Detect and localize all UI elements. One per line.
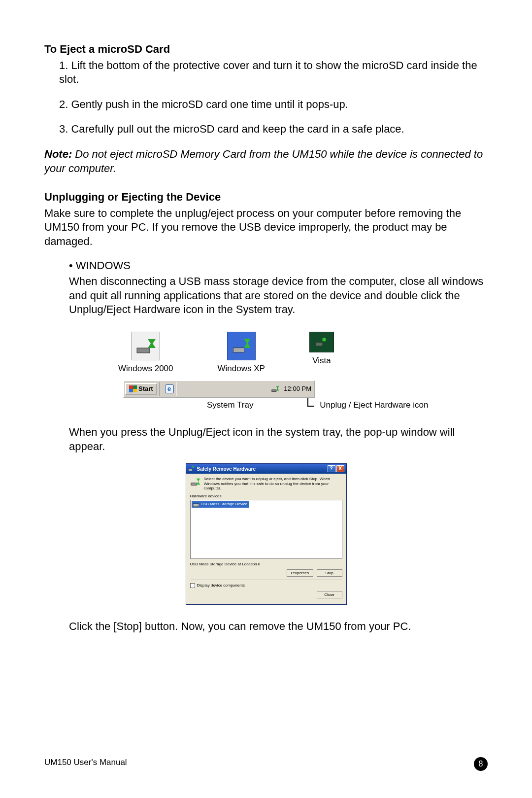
label-w2000: Windows 2000 [118,363,173,374]
start-button[interactable]: Start [125,383,157,395]
taskbar-captions: System Tray Unplug / Eject Hardware icon [207,400,488,411]
safely-remove-dialog: Safely Remove Hardware ? X Select the de… [186,463,347,605]
caption-eject-icon: Unplug / Eject Hardware icon [320,400,428,410]
stop-button[interactable]: Stop [317,569,342,577]
ie-icon[interactable]: e [165,384,174,393]
checkbox-icon[interactable] [190,583,195,588]
heading-eject-card: To Eject a microSD Card [44,42,488,57]
eject-icon-vista [309,332,334,352]
eject-hardware-icon [231,335,252,357]
note-label: Note: [44,148,72,160]
hardware-devices-label: Hardware devices: [190,494,342,499]
checkbox-label: Display device components [197,583,245,588]
label-wxp: Windows XP [218,363,265,374]
svg-rect-2 [316,343,323,346]
drive-icon [193,502,199,507]
page-number: 8 [474,757,488,771]
note-body: Do not eject microSD Memory Card from th… [44,148,483,174]
properties-button[interactable]: Properties [287,569,313,577]
intro-paragraph: Make sure to complete the unplug/eject p… [44,207,488,249]
step-1: 1. Lift the bottom of the protective cov… [59,59,488,87]
caption-connector [307,398,314,407]
hardware-devices-list[interactable]: USB Mass Storage Device [190,500,342,559]
dialog-instruction: Select the device you want to unplug or … [190,477,342,491]
list-item[interactable]: USB Mass Storage Device [192,501,249,507]
icon-col-w2000: Windows 2000 [118,332,173,374]
after-tray-paragraph: When you press the Unplug/Eject icon in … [69,425,488,453]
bullet-windows: • WINDOWS [69,259,488,273]
note-text: Note: Do not eject microSD Memory Card f… [44,147,488,175]
windows-flag-icon [129,385,137,392]
svg-rect-0 [137,348,150,353]
taskbar-divider [176,382,177,396]
final-paragraph: Click the [Stop] button. Now, you can re… [69,620,488,634]
os-icon-row: Windows 2000 Windows XP Vista [118,332,488,374]
dialog-separator [190,580,342,580]
dialog-title: Safely Remove Hardware [197,466,327,472]
list-item-label: USB Mass Storage Device [201,502,248,507]
device-status: USB Mass Storage Device at Location 0 [190,562,342,567]
label-vista: Vista [309,355,334,366]
eject-hardware-icon [190,477,201,487]
svg-rect-1 [233,348,244,352]
eject-hardware-icon [188,465,195,472]
footer-title: UM150 User's Manual [44,757,127,771]
tray-time: 12:00 PM [284,385,311,393]
taskbar-divider [159,382,160,396]
bullet-windows-text: When disconnecting a USB mass storage de… [69,275,488,317]
eject-icon-w2000 [132,332,160,360]
taskbar: Start e 12:00 PM [123,380,315,398]
svg-rect-6 [191,483,196,486]
step-2: 2. Gently push in the microSD card one t… [59,98,488,112]
svg-point-3 [322,338,326,342]
display-components-checkbox[interactable]: Display device components [190,583,342,588]
eject-hardware-icon [134,334,158,358]
svg-rect-4 [272,390,276,392]
dialog-instruction-text: Select the device you want to unplug or … [204,477,342,491]
tray-eject-icon[interactable] [271,384,280,393]
page-footer: UM150 User's Manual 8 [44,757,488,771]
icon-col-vista: Vista [309,332,334,374]
svg-rect-7 [193,504,199,507]
start-label: Start [138,385,153,393]
caption-system-tray: System Tray [207,400,253,411]
svg-point-8 [197,505,198,506]
dialog-titlebar: Safely Remove Hardware ? X [186,464,346,474]
close-button[interactable]: Close [317,591,342,598]
help-button[interactable]: ? [328,465,335,472]
step-3: 3. Carefully pull out the microSD card a… [59,122,488,137]
close-icon[interactable]: X [336,465,344,472]
heading-unplug-device: Unplugging or Ejecting the Device [44,190,488,205]
eject-icon-wxp [227,332,256,360]
eject-hardware-icon [313,335,331,349]
svg-rect-5 [188,469,192,471]
icon-col-wxp: Windows XP [218,332,265,374]
taskbar-figure: Start e 12:00 PM System Tray Unplug / Ej… [123,380,488,411]
